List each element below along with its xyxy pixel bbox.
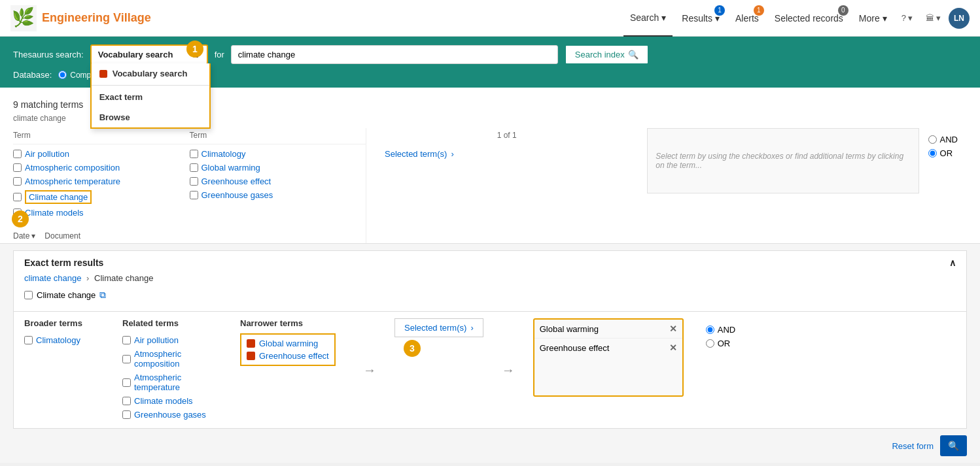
related-term-climate-models: Climate models	[122, 394, 227, 408]
institution-icon: 🏛	[926, 13, 934, 23]
nav-institution[interactable]: 🏛 ▾	[920, 13, 946, 23]
radio-or-bottom[interactable]	[706, 339, 714, 348]
db-radio-compendex[interactable]	[58, 71, 67, 79]
bottom-and[interactable]: AND	[706, 325, 735, 335]
exact-term-item: Climate change ⧉	[24, 290, 956, 301]
orange-checked-icon-global-warming	[247, 339, 255, 348]
cb-exact-climate-change[interactable]	[24, 291, 33, 299]
arrow-to-tags: →	[497, 363, 520, 378]
and-label-bottom: AND	[718, 325, 735, 335]
copy-icon[interactable]: ⧉	[99, 290, 106, 301]
nav-results[interactable]: Results ▾ 1	[675, 0, 726, 37]
breadcrumb-part1[interactable]: climate change	[24, 273, 81, 283]
term-link-climate-change[interactable]: Climate change	[25, 190, 92, 204]
exact-term-section: Exact term results ∧ climate change › Cl…	[13, 250, 967, 312]
dropdown-item-exact-label: Exact term	[99, 92, 143, 102]
nav-search-label: Search	[630, 12, 659, 23]
related-term-atm-temperature: Atmospherictemperature	[122, 371, 227, 394]
nav-more[interactable]: More ▾	[852, 0, 894, 37]
nav-search-chevron-icon: ▾	[661, 12, 666, 23]
dropdown-item-exact[interactable]: Exact term	[92, 87, 209, 107]
document-button[interactable]: Document	[44, 231, 80, 241]
arrow-to-selected: →	[358, 363, 381, 378]
cb-climate-change[interactable]	[13, 193, 22, 201]
cb-climatology[interactable]	[190, 150, 198, 158]
nav-selected-records[interactable]: Selected records 0	[768, 0, 850, 37]
narrower-link-greenhouse-effect[interactable]: Greenhouse effect	[259, 351, 329, 361]
nav-help[interactable]: ? ▾	[896, 13, 918, 23]
nav-search[interactable]: Search ▾	[623, 0, 673, 37]
annotation-1: 1	[186, 41, 203, 58]
nav-alerts[interactable]: Alerts 1	[729, 0, 765, 37]
term-link-air-pollution[interactable]: Air pollution	[25, 149, 69, 159]
bottom-bar: Reset form 🔍	[0, 429, 980, 463]
cb-rel-climate-models[interactable]	[122, 397, 131, 405]
term-link-atmospheric-temperature[interactable]: Atmospheric temperature	[25, 176, 120, 186]
thesaurus-search-input[interactable]	[231, 45, 558, 64]
dropdown-item-vocabulary[interactable]: Vocabulary search	[92, 63, 209, 84]
search-submit-button[interactable]: 🔍	[940, 435, 967, 456]
cb-broader-climatology[interactable]	[24, 336, 33, 344]
terms-col-1: Term Air pollution Atmospheric compositi…	[13, 128, 190, 226]
terms-two-cols: Term Air pollution Atmospheric compositi…	[13, 128, 366, 243]
term-link-greenhouse-effect[interactable]: Greenhouse effect	[201, 176, 271, 186]
nav-more-chevron-icon: ▾	[883, 13, 887, 24]
search-icon: 🔍	[628, 50, 639, 59]
selected-terms-mid-button[interactable]: Selected term(s) ›	[394, 318, 483, 337]
term-climate-change: Climate change	[13, 188, 190, 206]
rel-link-atm-temperature[interactable]: Atmospherictemperature	[134, 373, 181, 392]
radio-and-top[interactable]	[928, 135, 937, 144]
rel-link-greenhouse-gases[interactable]: Greenhouse gases	[134, 410, 206, 420]
selected-terms-top-button[interactable]: Selected term(s) ›	[379, 146, 634, 161]
pagination: 1 of 1	[379, 128, 634, 142]
rel-link-climate-models[interactable]: Climate models	[134, 396, 193, 406]
radio-and-bottom[interactable]	[706, 325, 714, 334]
cb-rel-greenhouse-gases[interactable]	[122, 410, 131, 419]
narrower-header: Narrower terms	[240, 318, 345, 328]
close-greenhouse-effect-button[interactable]: ✕	[669, 342, 677, 353]
cb-rel-air-pollution[interactable]	[122, 336, 131, 344]
term-link-global-warming[interactable]: Global warming	[201, 163, 260, 173]
term-link-climate-models[interactable]: Climate models	[25, 208, 84, 218]
term-link-climatology[interactable]: Climatology	[201, 149, 246, 159]
radio-or-top[interactable]	[928, 149, 937, 158]
date-button[interactable]: Date ▾	[13, 231, 35, 241]
cb-atmospheric-temperature[interactable]	[13, 177, 22, 186]
and-or-or[interactable]: OR	[928, 148, 958, 158]
rel-link-air-pollution[interactable]: Air pollution	[134, 335, 179, 345]
content-wrapper: 9 matching terms climate change Term Air…	[0, 88, 980, 463]
term-link-atmospheric-composition[interactable]: Atmospheric composition	[25, 163, 120, 173]
db-label: Database:	[13, 70, 52, 80]
related-term-atm-composition: Atmosphericcomposition	[122, 347, 227, 371]
broader-link-climatology[interactable]: Climatology	[36, 335, 80, 345]
rel-link-atm-composition[interactable]: Atmosphericcomposition	[134, 349, 181, 369]
full-layout: 🌿 Engineering Village Search ▾ Results ▾…	[0, 0, 980, 463]
reset-form-button[interactable]: Reset form	[892, 441, 934, 451]
active-dot-icon	[99, 70, 107, 78]
cb-global-warming[interactable]	[190, 163, 198, 172]
cb-greenhouse-gases[interactable]	[190, 191, 198, 199]
and-or-and[interactable]: AND	[928, 135, 958, 144]
cb-rel-atm-composition[interactable]	[122, 355, 131, 363]
dropdown-item-browse[interactable]: Browse	[92, 107, 209, 127]
selected-tag-greenhouse-effect: Greenhouse effect ✕	[534, 339, 682, 357]
cb-air-pollution[interactable]	[13, 150, 22, 158]
bottom-or[interactable]: OR	[706, 339, 735, 348]
search-index-button[interactable]: Search index 🔍	[565, 44, 649, 65]
avatar[interactable]: LN	[949, 8, 970, 29]
annotation-3: 3	[404, 340, 421, 357]
placeholder-text: Select term by using the checkboxes or f…	[656, 152, 910, 170]
help-icon: ?	[901, 13, 906, 23]
term-link-greenhouse-gases[interactable]: Greenhouse gases	[201, 190, 273, 200]
narrower-link-global-warming[interactable]: Global warming	[259, 339, 318, 348]
terms-col2-header: Term	[190, 128, 366, 144]
broader-term-climatology: Climatology	[24, 333, 109, 347]
collapse-icon[interactable]: ∧	[949, 258, 956, 268]
cb-rel-atm-temperature[interactable]	[122, 378, 131, 387]
cb-greenhouse-effect[interactable]	[190, 177, 198, 186]
selected-terms-chevron-icon: ›	[470, 323, 473, 333]
broader-col: Broader terms Climatology	[24, 318, 109, 347]
term-air-pollution: Air pollution	[13, 147, 190, 161]
cb-atmospheric-composition[interactable]	[13, 163, 22, 172]
close-global-warming-button[interactable]: ✕	[669, 324, 677, 334]
